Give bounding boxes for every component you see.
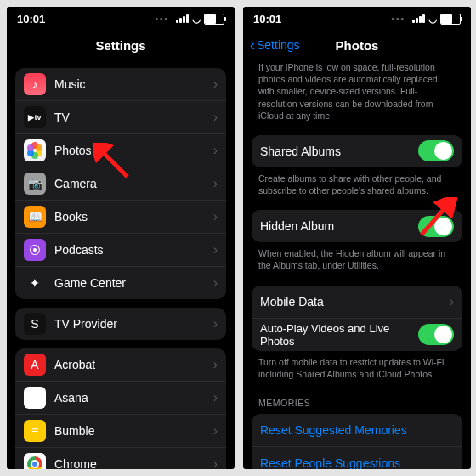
settings-row-books[interactable]: 📖Books› [15,200,226,233]
status-time: 10:01 [253,13,281,26]
game-center-icon: ✦ [24,272,46,294]
camera-icon: 📷 [24,173,46,195]
memories-header: MEMORIES [243,385,471,414]
chevron-right-icon: › [213,390,218,405]
settings-row-asana[interactable]: ⁖Asana› [15,381,226,414]
recording-indicator: ••• [155,14,169,24]
nav-bar: ‹ Settings Photos [243,31,471,60]
row-label: Podcasts [54,243,213,257]
settings-row-music[interactable]: ♪Music› [15,68,226,100]
music-icon: ♪ [24,73,46,95]
row-label: Music [54,77,213,91]
chrome-icon [24,453,46,469]
phone-settings: 10:01 ••• ◡ Settings ♪Music›▶tvTV›Photos… [7,7,235,469]
cellular-group: Mobile Data › Auto-Play Videos and Live … [252,286,462,351]
row-label: Books [54,210,213,224]
settings-group-third-party: AAcrobat›⁖Asana›≡Bumble›Chrome›ESPNESPNc… [15,348,226,469]
nav-title: Photos [336,38,379,53]
asana-icon: ⁖ [24,387,46,409]
row-label: Game Center [54,276,213,290]
reset-suggested-memories[interactable]: Reset Suggested Memories [252,414,462,446]
recording-indicator: ••• [391,14,405,24]
bumble-icon: ≡ [24,420,46,442]
hidden-album-footer: When enabled, the Hidden album will appe… [243,242,471,276]
row-label: Asana [54,391,213,405]
settings-row-bumble[interactable]: ≡Bumble› [15,414,226,447]
row-label: Acrobat [54,358,213,371]
settings-row-podcasts[interactable]: ⦿Podcasts› [15,233,226,266]
row-label: Camera [54,177,213,190]
settings-row-game-center[interactable]: ✦Game Center› [15,266,226,299]
chevron-right-icon: › [213,423,218,439]
books-icon: 📖 [24,206,46,228]
podcasts-icon: ⦿ [24,239,46,261]
settings-row-camera[interactable]: 📷Camera› [15,167,226,200]
settings-row-photos[interactable]: Photos› [15,133,226,167]
settings-row-tv-provider[interactable]: STV Provider› [15,308,226,340]
status-bar: 10:01 ••• ◡ [7,7,235,31]
chevron-right-icon: › [213,76,218,92]
memories-group: Reset Suggested Memories Reset People Su… [252,414,462,469]
autoplay-switch[interactable] [418,324,454,345]
photos-icon [24,139,46,162]
chevron-right-icon: › [213,456,218,469]
row-label: Photos [54,144,213,157]
battery-icon [204,14,224,25]
settings-group-tv-provider: STV Provider› [15,308,226,340]
settings-row-chrome[interactable]: Chrome› [15,447,226,469]
battery-icon [440,14,461,25]
status-time: 10:01 [17,13,45,26]
settings-group-apple-apps: ♪Music›▶tvTV›Photos›📷Camera›📖Books›⦿Podc… [15,68,226,299]
nav-title: Settings [95,38,145,53]
chevron-right-icon: › [213,143,218,158]
back-button[interactable]: ‹ Settings [250,37,300,53]
shared-albums-group: Shared Albums [252,135,462,167]
hidden-album-row[interactable]: Hidden Album [252,210,462,242]
hidden-album-switch[interactable] [418,216,454,237]
row-label: Bumble [54,424,213,438]
chevron-right-icon: › [450,294,454,309]
wifi-icon: ◡ [428,13,437,25]
row-label: TV Provider [54,317,213,331]
hidden-album-group: Hidden Album [252,210,462,242]
chevron-right-icon: › [213,316,218,332]
status-bar: 10:01 ••• ◡ [243,7,471,31]
row-label: TV [54,110,213,124]
row-label: Chrome [54,457,213,469]
settings-row-tv[interactable]: ▶tvTV› [15,100,226,133]
wifi-icon: ◡ [192,13,201,25]
chevron-right-icon: › [213,209,218,224]
chevron-right-icon: › [213,242,218,258]
phone-photos-settings: 10:01 ••• ◡ ‹ Settings Photos If your iP… [243,7,471,469]
chevron-right-icon: › [213,275,218,291]
acrobat-icon: A [24,354,46,376]
cellular-icon [412,14,425,23]
cellular-footer: Turn off mobile data to restrict updates… [243,351,471,385]
shared-albums-row[interactable]: Shared Albums [252,135,462,167]
back-label: Settings [257,38,300,52]
chevron-left-icon: ‹ [250,37,255,53]
reset-people-suggestions[interactable]: Reset People Suggestions [252,446,462,469]
cellular-icon [176,14,189,23]
tv-provider-icon: S [24,313,46,335]
shared-albums-footer: Create albums to share with other people… [243,167,471,201]
mobile-data-row[interactable]: Mobile Data › [252,286,462,318]
chevron-right-icon: › [213,176,218,191]
icloud-optimize-footer: If your iPhone is low on space, full-res… [243,60,471,127]
chevron-right-icon: › [213,110,218,125]
chevron-right-icon: › [213,357,218,372]
shared-albums-switch[interactable] [418,140,454,162]
nav-bar: Settings [7,31,235,60]
settings-row-acrobat[interactable]: AAcrobat› [15,348,226,381]
autoplay-row[interactable]: Auto-Play Videos and Live Photos [252,318,462,351]
tv-icon: ▶tv [24,106,46,128]
